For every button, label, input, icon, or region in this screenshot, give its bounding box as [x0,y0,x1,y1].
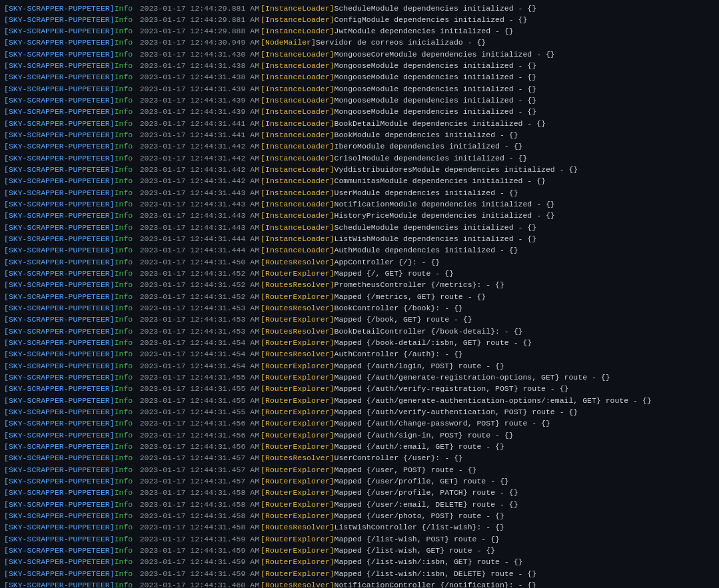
log-line: [SKY-SCRAPPER-PUPPETEER] Info 2023-01-17… [0,338,719,349]
log-level: Info [115,164,140,175]
log-tag: [SKY-SCRAPPER-PUPPETEER] [4,176,115,186]
log-source: [InstanceLoader] [261,107,334,117]
log-source: [InstanceLoader] [261,3,334,14]
log-source: [RouterExplorer] [261,511,334,521]
log-line: [SKY-SCRAPPER-PUPPETEER] Info 2023-01-17… [0,187,719,198]
log-line: [SKY-SCRAPPER-PUPPETEER] Info 2023-01-17… [0,37,719,49]
log-level: Info [115,349,140,360]
log-line: [SKY-SCRAPPER-PUPPETEER] Info 2023-01-17… [0,430,719,441]
log-source: [RoutesResolver] [261,580,334,588]
log-timestamp: 2023-01-17 12:44:31.454 AM [140,349,259,360]
log-timestamp: 2023-01-17 12:44:31.452 AM [140,280,259,290]
log-level: Info [115,280,140,290]
log-tag: [SKY-SCRAPPER-PUPPETEER] [4,280,115,290]
log-line: [SKY-SCRAPPER-PUPPETEER] Info 2023-01-17… [0,303,719,314]
log-timestamp: 2023-01-17 12:44:31.452 AM [140,292,259,302]
log-message: Mapped {/auth/:email, GET} route - {} [335,441,504,452]
log-level: Info [115,234,140,244]
log-message: UserModule dependencies initialized - {} [335,188,518,198]
log-timestamp: 2023-01-17 12:44:31.457 AM [140,453,259,463]
log-message: MongooseCoreModule dependencies initiali… [335,49,555,60]
log-line: [SKY-SCRAPPER-PUPPETEER] Info 2023-01-17… [0,199,719,210]
log-line: [SKY-SCRAPPER-PUPPETEER] Info 2023-01-17… [0,360,719,372]
log-source: [RoutesResolver] [261,453,334,463]
log-level: Info [115,384,140,394]
log-timestamp: 2023-01-17 12:44:31.452 AM [140,268,259,279]
log-line: [SKY-SCRAPPER-PUPPETEER] Info 2023-01-17… [0,487,719,499]
log-level: Info [115,534,140,545]
log-line: [SKY-SCRAPPER-PUPPETEER] Info 2023-01-17… [0,579,719,588]
log-line: [SKY-SCRAPPER-PUPPETEER] Info 2023-01-17… [0,72,719,83]
log-timestamp: 2023-01-17 12:44:31.456 AM [140,418,259,429]
log-level: Info [115,199,140,210]
log-timestamp: 2023-01-17 12:44:31.442 AM [140,164,259,175]
log-source: [RouterExplorer] [261,407,334,418]
log-timestamp: 2023-01-17 12:44:31.458 AM [140,487,259,498]
log-tag: [SKY-SCRAPPER-PUPPETEER] [4,326,115,337]
log-source: [RouterExplorer] [261,338,334,348]
log-timestamp: 2023-01-17 12:44:31.459 AM [140,569,259,579]
log-level: Info [115,430,140,441]
log-timestamp: 2023-01-17 12:44:31.460 AM [140,580,259,588]
log-timestamp: 2023-01-17 12:44:31.443 AM [140,188,259,198]
log-level: Info [115,130,140,141]
log-tag: [SKY-SCRAPPER-PUPPETEER] [4,441,115,452]
log-source: [RoutesResolver] [261,349,334,360]
log-line: [SKY-SCRAPPER-PUPPETEER] Info 2023-01-17… [0,384,719,395]
log-level: Info [115,487,140,498]
log-tag: [SKY-SCRAPPER-PUPPETEER] [4,199,115,210]
log-message: Mapped {/list-wish, GET} route - {} [335,545,496,556]
log-line: [SKY-SCRAPPER-PUPPETEER] Info 2023-01-17… [0,61,719,72]
log-source: [RouterExplorer] [261,430,334,441]
log-timestamp: 2023-01-17 12:44:31.458 AM [140,499,259,510]
log-level: Info [115,396,140,406]
log-line: [SKY-SCRAPPER-PUPPETEER] Info 2023-01-17… [0,545,719,556]
log-message: AppController {/}: - {} [335,257,440,268]
log-source: [InstanceLoader] [261,188,334,198]
log-tag: [SKY-SCRAPPER-PUPPETEER] [4,3,115,14]
log-message: BookController {/book}: - {} [335,303,463,314]
log-tag: [SKY-SCRAPPER-PUPPETEER] [4,499,115,510]
log-message: MongooseModule dependencies initialized … [335,61,537,71]
log-source: [RoutesResolver] [261,280,334,290]
log-line: [SKY-SCRAPPER-PUPPETEER] Info 2023-01-17… [0,83,719,95]
log-level: Info [115,580,140,588]
log-source: [RouterExplorer] [261,268,334,279]
log-line: [SKY-SCRAPPER-PUPPETEER] Info 2023-01-17… [0,118,719,129]
log-message: IberoModule dependencies initialized - {… [335,141,523,152]
log-source: [InstanceLoader] [261,234,334,244]
log-timestamp: 2023-01-17 12:44:31.453 AM [140,326,259,337]
log-timestamp: 2023-01-17 12:44:31.459 AM [140,534,259,545]
log-source: [InstanceLoader] [261,95,334,106]
log-level: Info [115,499,140,510]
log-line: [SKY-SCRAPPER-PUPPETEER] Info 2023-01-17… [0,349,719,360]
log-line: [SKY-SCRAPPER-PUPPETEER] Info 2023-01-17… [0,441,719,452]
log-message: JwtModule dependencies initialized - {} [335,26,514,37]
log-timestamp: 2023-01-17 12:44:31.455 AM [140,407,259,418]
log-message: Mapped {/, GET} route - {} [335,268,454,279]
log-message: Mapped {/user/profile, GET} route - {} [335,476,509,487]
log-message: NotificationModule dependencies initiali… [335,199,555,210]
log-message: Mapped {/list-wish/:isbn, DELETE} route … [335,569,537,579]
log-timestamp: 2023-01-17 12:44:31.443 AM [140,222,259,233]
log-level: Info [115,268,140,279]
log-level: Info [115,37,140,48]
log-tag: [SKY-SCRAPPER-PUPPETEER] [4,361,115,372]
log-message: ConfigModule dependencies initialized - … [335,15,528,25]
log-source: [RoutesResolver] [261,303,334,314]
log-tag: [SKY-SCRAPPER-PUPPETEER] [4,314,115,325]
log-source: [RouterExplorer] [261,545,334,556]
log-source: [InstanceLoader] [261,199,334,210]
log-tag: [SKY-SCRAPPER-PUPPETEER] [4,534,115,545]
log-source: [InstanceLoader] [261,49,334,60]
log-line: [SKY-SCRAPPER-PUPPETEER] Info 2023-01-17… [0,14,719,25]
log-timestamp: 2023-01-17 12:44:31.444 AM [140,234,259,244]
log-tag: [SKY-SCRAPPER-PUPPETEER] [4,292,115,302]
log-timestamp: 2023-01-17 12:44:31.459 AM [140,545,259,556]
log-timestamp: 2023-01-17 12:44:31.450 AM [140,257,259,268]
log-line: [SKY-SCRAPPER-PUPPETEER] Info 2023-01-17… [0,49,719,60]
log-level: Info [115,107,140,117]
log-line: [SKY-SCRAPPER-PUPPETEER] Info 2023-01-17… [0,406,719,418]
log-level: Info [115,418,140,429]
log-message: ScheduleModule dependencies initialized … [335,222,537,233]
